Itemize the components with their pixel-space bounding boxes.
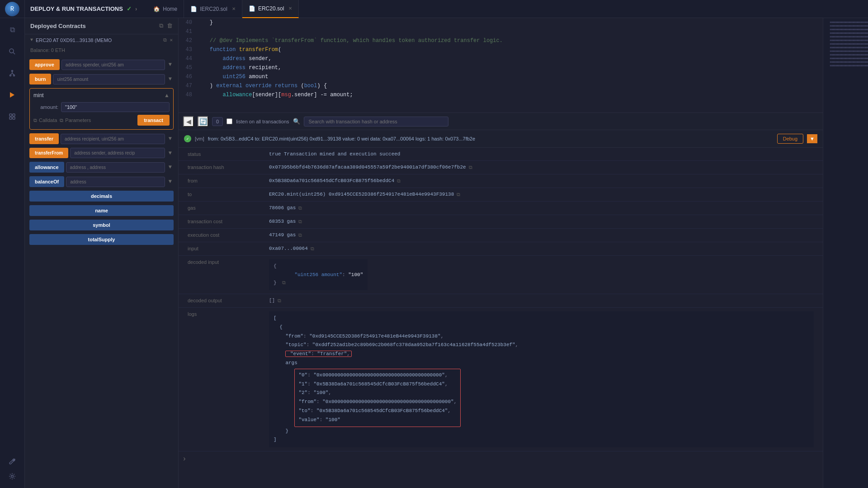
transferfrom-chevron[interactable]: ▼: [167, 148, 174, 158]
sidebar-icon-search[interactable]: [5, 44, 19, 59]
decoded-output-copy-icon[interactable]: ⧉: [278, 298, 281, 304]
allowance-button[interactable]: allowance: [29, 162, 64, 173]
input-value: 0xa07...00064 ⧉: [269, 246, 814, 252]
debug-button[interactable]: Debug: [777, 134, 803, 144]
logs-argto-key: "to": [298, 408, 310, 413]
approve-button[interactable]: approve: [29, 59, 60, 70]
tx-detail-from: from 0x5B38Da6a701c568545dCfcB03FcB875f5…: [179, 174, 823, 188]
txcost-label: transaction cost: [188, 219, 260, 224]
code-line: 46 uint256 amount: [179, 72, 823, 81]
transfer-input[interactable]: [61, 134, 165, 144]
tx-detail-status: status true Transaction mined and execut…: [179, 148, 823, 161]
name-button[interactable]: name: [29, 205, 174, 216]
tx-details: status true Transaction mined and execut…: [179, 148, 823, 451]
decimals-button[interactable]: decimals: [29, 191, 174, 202]
top-bar-title: DEPLOY & RUN TRANSACTIONS ✓ ›: [25, 5, 142, 12]
input-copy-icon[interactable]: ⧉: [311, 246, 314, 252]
input-text: 0xa07...00064: [269, 246, 308, 251]
balanceof-chevron[interactable]: ▼: [167, 177, 174, 187]
to-value: ERC20.mint(uint256) 0xd9145CCE52D386f254…: [269, 192, 814, 197]
tx-expand-icon[interactable]: ›: [182, 455, 187, 463]
decoded-input-copy-icon[interactable]: ⧉: [282, 280, 286, 286]
trash-icon[interactable]: 🗑: [167, 23, 173, 29]
from-value: 0x5B38Da6a701c568545dCfcB03FcB875f56bedd…: [269, 178, 814, 184]
tx-search-input[interactable]: [304, 117, 448, 127]
burn-input[interactable]: [53, 74, 165, 84]
logs-arg2-key: "2": [298, 390, 307, 395]
tab-ierc20-close[interactable]: ✕: [232, 6, 236, 11]
hash-text: 0x07395b6bfd4b7636d87afacaa389d045557a59…: [269, 164, 466, 170]
debug-expand-button[interactable]: ▼: [807, 134, 817, 143]
parameters-label: Parameters: [65, 117, 91, 123]
sidebar-icon-deploy[interactable]: [5, 88, 19, 102]
totalsupply-button[interactable]: totalSupply: [29, 234, 174, 245]
tab-ierc20[interactable]: 📄 IERC20.sol ✕: [184, 0, 242, 18]
mint-amount-input[interactable]: [61, 102, 170, 112]
execost-copy-icon[interactable]: ⧉: [298, 233, 302, 238]
to-label: to: [188, 192, 260, 197]
tab-home[interactable]: 🏠 Home: [147, 0, 184, 18]
tx-detail-logs: logs [ { "from": "0xd9145CCE52D386f25491…: [179, 308, 823, 451]
balanceof-input[interactable]: [66, 177, 165, 187]
sidebar-icon-plugin[interactable]: [5, 109, 19, 124]
svg-rect-10: [13, 114, 15, 116]
hash-label: transaction hash: [188, 164, 260, 170]
minimap-panel: ████████████████████████████████████████…: [823, 18, 868, 488]
txcost-copy-icon[interactable]: ⧉: [298, 219, 302, 225]
transfer-button[interactable]: transfer: [29, 133, 59, 144]
tx-bar: ◀ 🔄 0 listen on all transactions 🔍: [179, 113, 823, 130]
parameters-btn[interactable]: ⧉ Parameters: [60, 117, 91, 123]
transfer-chevron[interactable]: ▼: [167, 134, 174, 144]
logs-arg0-val: "0x0000000000000000000000000000000000000…: [313, 372, 444, 378]
svg-rect-12: [13, 117, 15, 119]
transferfrom-input[interactable]: [70, 148, 165, 158]
gas-copy-icon[interactable]: ⧉: [298, 206, 302, 211]
title-text: DEPLOY & RUN TRANSACTIONS: [30, 5, 123, 12]
expand-arrow[interactable]: ›: [135, 5, 137, 12]
sidebar-icon-git[interactable]: [5, 66, 19, 80]
code-editor[interactable]: 40 } 41 42 // @dev Implements `transferF…: [179, 18, 823, 113]
logs-from-val: "0xd9145CCE52D386f254917e481eB44e9943F39…: [309, 333, 440, 339]
mint-collapse-icon[interactable]: ▲: [164, 92, 170, 99]
approve-input[interactable]: [61, 60, 165, 70]
allowance-chevron[interactable]: ▼: [167, 162, 174, 172]
sidebar-icon-file[interactable]: ⧉: [5, 23, 19, 37]
contract-chevron: ▼: [30, 38, 33, 42]
mint-amount-row: amount:: [33, 102, 170, 112]
code-line: 40 }: [179, 18, 823, 27]
fn-row-allowance: allowance ▼: [25, 160, 178, 174]
balanceof-button[interactable]: balanceOf: [29, 176, 64, 187]
contract-copy-icon[interactable]: ⧉: [163, 38, 167, 43]
contract-item[interactable]: ▼ ERC20 AT 0XD91...39138 (MEMO ⧉ ✕: [25, 34, 178, 46]
deploy-panel-icons: ⧉ 🗑: [159, 23, 173, 29]
burn-chevron[interactable]: ▼: [167, 74, 174, 84]
tx-nav-back[interactable]: ◀: [183, 116, 194, 127]
logs-arg1-val: "0x5B38Da6a701c568545dCfcB03FcB875f56bed…: [313, 381, 444, 387]
copy-panel-icon[interactable]: ⧉: [159, 23, 163, 29]
approve-chevron[interactable]: ▼: [167, 60, 174, 70]
balance-text: Balance: 0 ETH: [30, 47, 65, 53]
gas-value: 78606 gas ⧉: [269, 205, 814, 211]
mint-amount-label: amount:: [33, 104, 58, 110]
tx-nav-forward[interactable]: 🔄: [198, 116, 208, 127]
tx-listen-checkbox[interactable]: [226, 118, 232, 124]
transact-button[interactable]: transact: [137, 115, 170, 126]
hash-copy-icon[interactable]: ⧉: [469, 165, 472, 170]
from-copy-icon[interactable]: ⧉: [397, 178, 401, 184]
sidebar-icon-tools[interactable]: [5, 455, 19, 469]
sidebar-icon-settings[interactable]: [5, 469, 19, 483]
mint-title: mint ▲: [33, 92, 170, 99]
to-copy-icon[interactable]: ⧉: [457, 192, 460, 197]
allowance-input[interactable]: [66, 162, 165, 173]
burn-button[interactable]: burn: [29, 74, 51, 84]
logs-arg1-key: "1": [298, 381, 307, 387]
tab-erc20[interactable]: 📄 ERC20.sol ✕: [242, 0, 299, 18]
calldata-btn[interactable]: ⧉ Calldata: [33, 117, 57, 123]
transferfrom-button[interactable]: transferFrom: [29, 148, 68, 158]
mint-label: mint: [33, 92, 44, 99]
symbol-button[interactable]: symbol: [29, 220, 174, 230]
contract-close-icon[interactable]: ✕: [170, 37, 173, 43]
tx-detail-txcost: transaction cost 68353 gas ⧉: [179, 215, 823, 229]
tab-erc20-close[interactable]: ✕: [288, 6, 292, 11]
deploy-panel-header: Deployed Contracts ⧉ 🗑: [25, 18, 178, 34]
